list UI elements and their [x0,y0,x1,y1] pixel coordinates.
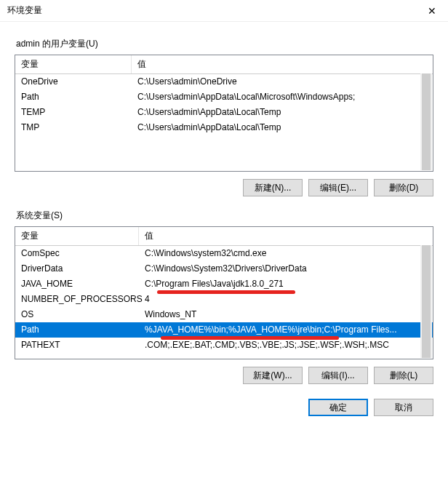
col-header-value[interactable]: 值 [139,227,433,245]
var-name: Path [21,91,137,103]
system-scrollbar[interactable] [420,245,432,358]
titlebar: 环境变量 ✕ [0,0,448,22]
user-vars-header: 变量 值 [15,55,433,74]
var-name: NUMBER_OF_PROCESSORS [21,293,145,306]
var-name: TMP [21,122,137,134]
col-header-name[interactable]: 变量 [15,227,139,245]
var-name: Path [21,324,145,336]
close-icon: ✕ [428,5,436,17]
var-value: C:\Windows\system32\cmd.exe [145,247,427,260]
table-row[interactable]: NUMBER_OF_PROCESSORS 4 [15,292,433,307]
ok-button[interactable]: 确定 [308,399,368,416]
var-value: Windows_NT [145,308,427,321]
var-name: TEMP [21,106,137,119]
var-value: 4 [145,293,427,306]
system-delete-button[interactable]: 删除(L) [374,367,433,384]
cancel-button[interactable]: 取消 [374,399,433,416]
var-value: C:\Users\admin\AppData\Local\Temp [137,106,427,119]
user-vars-listbox[interactable]: 变量 值 OneDrive C:\Users\admin\OneDrive Pa… [15,55,433,172]
system-vars-label: 系统变量(S) [16,210,433,222]
col-header-name[interactable]: 变量 [15,55,132,73]
var-value: C:\Users\admin\OneDrive [137,76,427,88]
var-name: JAVA_HOME [21,278,145,290]
var-name: ComSpec [21,247,145,260]
var-value: C:\Users\admin\AppData\Local\Temp [137,122,427,134]
system-new-button[interactable]: 新建(W)... [243,367,303,384]
var-value: %JAVA_HOME%\bin;%JAVA_HOME%\jre\bin;C:\P… [145,324,427,336]
system-vars-rows: ComSpec C:\Windows\system32\cmd.exe Driv… [15,246,433,359]
table-row[interactable]: PATHEXT .COM;.EXE;.BAT;.CMD;.VBS;.VBE;.J… [15,338,433,353]
col-header-value[interactable]: 值 [132,55,433,73]
system-vars-header: 变量 值 [15,227,433,246]
var-name: OS [21,308,145,321]
system-vars-listbox[interactable]: 变量 值 ComSpec C:\Windows\system32\cmd.exe… [15,226,433,359]
var-value: C:\Users\admin\AppData\Local\Microsoft\W… [137,91,427,103]
system-edit-button[interactable]: 编辑(I)... [308,367,368,384]
table-row[interactable]: TEMP C:\Users\admin\AppData\Local\Temp [15,105,433,120]
user-vars-label: admin 的用户变量(U) [16,38,433,50]
table-row[interactable]: TMP C:\Users\admin\AppData\Local\Temp [15,120,433,135]
var-value: .COM;.EXE;.BAT;.CMD;.VBS;.VBE;.JS;.JSE;.… [145,339,427,351]
table-row[interactable]: ComSpec C:\Windows\system32\cmd.exe [15,246,433,261]
var-name: OneDrive [21,76,137,88]
var-value: C:\Program Files\Java\jdk1.8.0_271 [145,278,427,290]
var-name: DriverData [21,263,145,275]
window-title: 环境变量 [7,4,42,17]
user-vars-rows: OneDrive C:\Users\admin\OneDrive Path C:… [15,74,433,171]
user-delete-button[interactable]: 删除(D) [374,179,433,196]
user-scrollbar[interactable] [420,73,432,170]
table-row[interactable]: DriverData C:\Windows\System32\Drivers\D… [15,261,433,276]
table-row[interactable]: OneDrive C:\Users\admin\OneDrive [15,74,433,89]
var-value: C:\Windows\System32\Drivers\DriverData [145,263,427,275]
table-row[interactable]: OS Windows_NT [15,307,433,322]
user-edit-button[interactable]: 编辑(E)... [308,179,368,196]
var-name: PATHEXT [21,339,145,351]
close-button[interactable]: ✕ [416,0,448,22]
table-row-path[interactable]: Path %JAVA_HOME%\bin;%JAVA_HOME%\jre\bin… [15,322,433,338]
user-new-button[interactable]: 新建(N)... [243,179,303,196]
table-row-java-home[interactable]: JAVA_HOME C:\Program Files\Java\jdk1.8.0… [15,276,433,292]
table-row[interactable]: Path C:\Users\admin\AppData\Local\Micros… [15,89,433,105]
